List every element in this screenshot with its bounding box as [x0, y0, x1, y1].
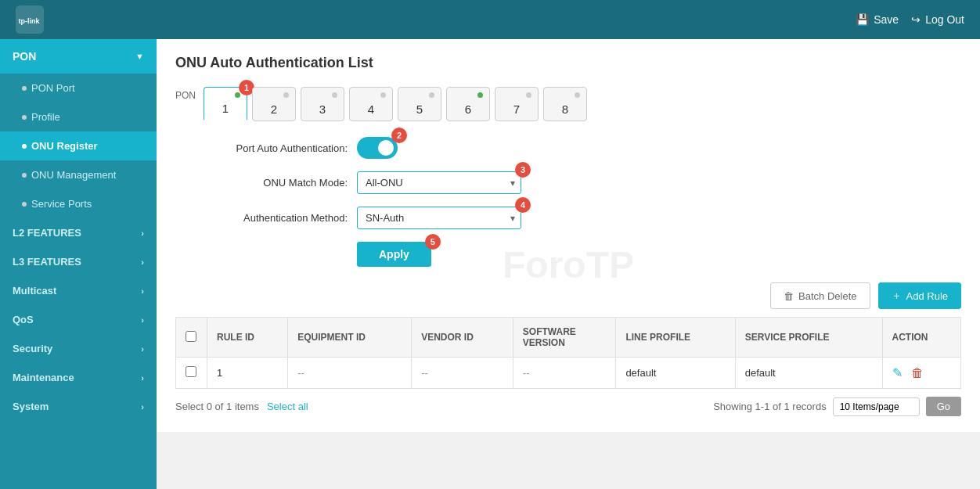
sidebar-section-maintenance[interactable]: Maintenance ›	[0, 363, 157, 392]
pon-tab-6[interactable]: 6	[446, 87, 490, 121]
pon-tab-dot-4	[380, 92, 386, 98]
port-auto-auth-label: Port Auto Authentication:	[175, 142, 348, 154]
sidebar-item-onu-management[interactable]: ONU Management	[0, 160, 157, 189]
batch-delete-button[interactable]: 🗑 Batch Delete	[770, 282, 870, 309]
logout-label: Log Out	[925, 13, 964, 26]
pon-tab-dot-8	[575, 92, 580, 98]
onu-match-mode-label: ONU Match Mode:	[175, 177, 348, 189]
save-icon: 💾	[856, 13, 869, 26]
page-size-select[interactable]: 10 Items/page 20 Items/page 50 Items/pag…	[833, 397, 920, 416]
sidebar-section-qos[interactable]: QoS ›	[0, 305, 157, 334]
port-auto-auth-toggle[interactable]	[357, 137, 398, 159]
col-software-version: SOFTWAREVERSION	[513, 318, 616, 358]
table-header: RULE ID EQUIPMENT ID VENDOR ID SOFTWAREV…	[176, 318, 961, 358]
col-vendor-id: VENDOR ID	[412, 318, 513, 358]
col-rule-id: RULE ID	[207, 318, 288, 358]
row-checkbox[interactable]	[186, 366, 196, 377]
pon-tab-dot-6	[477, 92, 483, 98]
dot-icon	[22, 144, 27, 149]
onu-match-mode-row: ONU Match Mode: All-ONU Specific-ONU 3	[175, 171, 961, 194]
table-body: 1 -- -- -- default default ✎ 🗑	[176, 358, 961, 389]
cell-service-profile: default	[735, 358, 882, 389]
col-equipment-id: EQUIPMENT ID	[288, 318, 412, 358]
pon-chevron-icon: ▼	[135, 52, 144, 61]
row-delete-icon[interactable]: 🗑	[911, 366, 924, 379]
auth-method-control: SN-Auth Password-Auth SN+Password-Auth 4	[357, 207, 521, 229]
pon-tab-num-4: 4	[368, 102, 374, 116]
onu-match-mode-select-wrapper: All-ONU Specific-ONU	[357, 171, 521, 194]
pon-tab-num-2: 2	[271, 102, 277, 116]
table-footer: Select 0 of 1 items Select all Showing 1…	[175, 397, 961, 416]
system-label: System	[13, 401, 49, 412]
pon-tab-dot-1	[235, 92, 240, 98]
add-rule-button[interactable]: ＋ Add Rule	[878, 282, 961, 309]
select-all-link[interactable]: Select all	[267, 401, 308, 412]
save-button[interactable]: 💾 Save	[856, 13, 899, 26]
logout-icon: ↪	[911, 13, 921, 26]
sidebar-item-label: ONU Register	[31, 140, 98, 152]
add-rule-label: Add Rule	[906, 290, 948, 302]
tp-link-logo-icon: tp-link	[16, 5, 44, 34]
pon-tab-num-3: 3	[319, 102, 326, 116]
sidebar-item-label: ONU Management	[31, 169, 116, 181]
toggle-knob	[378, 140, 394, 156]
rules-table: RULE ID EQUIPMENT ID VENDOR ID SOFTWAREV…	[175, 317, 961, 389]
pon-tab-dot-3	[332, 92, 337, 98]
auth-form: Port Auto Authentication: 2 ONU Match Mo…	[175, 137, 961, 267]
auth-method-select[interactable]: SN-Auth Password-Auth SN+Password-Auth	[357, 207, 521, 229]
sidebar-section-l3[interactable]: L3 FEATURES ›	[0, 247, 157, 276]
topbar: tp-link 💾 Save ↪ Log Out	[0, 0, 980, 39]
auth-method-select-wrapper: SN-Auth Password-Auth SN+Password-Auth	[357, 207, 521, 229]
dot-icon	[22, 115, 27, 120]
pon-tab-num-6: 6	[465, 102, 471, 116]
sidebar-section-multicast[interactable]: Multicast ›	[0, 276, 157, 305]
pon-tabs: PON 1 1 2 3 4	[175, 87, 961, 121]
logout-button[interactable]: ↪ Log Out	[911, 13, 964, 26]
cell-software-version: --	[513, 358, 616, 389]
pon-tab-num-8: 8	[562, 102, 568, 116]
topbar-actions: 💾 Save ↪ Log Out	[856, 13, 964, 26]
match-mode-step-wrap: All-ONU Specific-ONU 3	[357, 171, 521, 194]
apply-row: Apply 5	[175, 242, 961, 267]
pon-tab-2[interactable]: 2	[252, 87, 296, 121]
sidebar-header-pon[interactable]: PON ▼	[0, 39, 157, 74]
port-auto-auth-row: Port Auto Authentication: 2	[175, 137, 961, 159]
page-title: ONU Auto Authentication List	[175, 55, 961, 71]
sidebar-section-l2[interactable]: L2 FEATURES ›	[0, 218, 157, 247]
step-badge-4: 4	[515, 197, 531, 213]
pon-tab-1[interactable]: 1 1	[204, 87, 247, 121]
pon-tab-4[interactable]: 4	[349, 87, 393, 121]
select-all-checkbox[interactable]	[186, 331, 196, 342]
maintenance-chevron-icon: ›	[141, 373, 144, 383]
pon-tab-3[interactable]: 3	[301, 87, 344, 121]
cell-equipment-id: --	[288, 358, 412, 389]
dot-icon	[22, 202, 27, 207]
sidebar-item-onu-register[interactable]: ONU Register	[0, 131, 157, 160]
auth-method-label: Authentication Method:	[175, 212, 348, 224]
qos-label: QoS	[13, 314, 34, 325]
content-wrap: ForoTP ONU Auto Authentication List PON …	[157, 39, 980, 489]
pon-tab-dot-5	[429, 92, 434, 98]
sidebar-section-security[interactable]: Security ›	[0, 334, 157, 363]
pon-tab-5[interactable]: 5	[398, 87, 441, 121]
sidebar-item-pon-port[interactable]: PON Port	[0, 74, 157, 102]
plus-icon: ＋	[892, 289, 902, 303]
table-footer-right: Showing 1-1 of 1 records 10 Items/page 2…	[713, 397, 961, 416]
maintenance-label: Maintenance	[13, 372, 74, 383]
go-button[interactable]: Go	[926, 397, 961, 416]
apply-button[interactable]: Apply	[357, 242, 431, 267]
sidebar-item-profile[interactable]: Profile	[0, 102, 157, 131]
main-content: ONU Auto Authentication List PON 1 1 2 3	[157, 39, 980, 432]
trash-icon: 🗑	[784, 290, 794, 302]
pon-tab-8[interactable]: 8	[543, 87, 587, 121]
onu-match-mode-select[interactable]: All-ONU Specific-ONU	[357, 171, 521, 194]
sidebar-item-service-ports[interactable]: Service Ports	[0, 189, 157, 218]
col-line-profile: LINE PROFILE	[616, 318, 735, 358]
sidebar-item-label: Profile	[31, 111, 60, 123]
sidebar-section-system[interactable]: System ›	[0, 392, 157, 421]
select-info: Select 0 of 1 items	[175, 401, 259, 412]
sidebar-item-label: PON Port	[31, 82, 75, 94]
table-footer-left: Select 0 of 1 items Select all	[175, 401, 308, 412]
pon-tab-7[interactable]: 7	[495, 87, 539, 121]
edit-icon[interactable]: ✎	[892, 366, 903, 379]
